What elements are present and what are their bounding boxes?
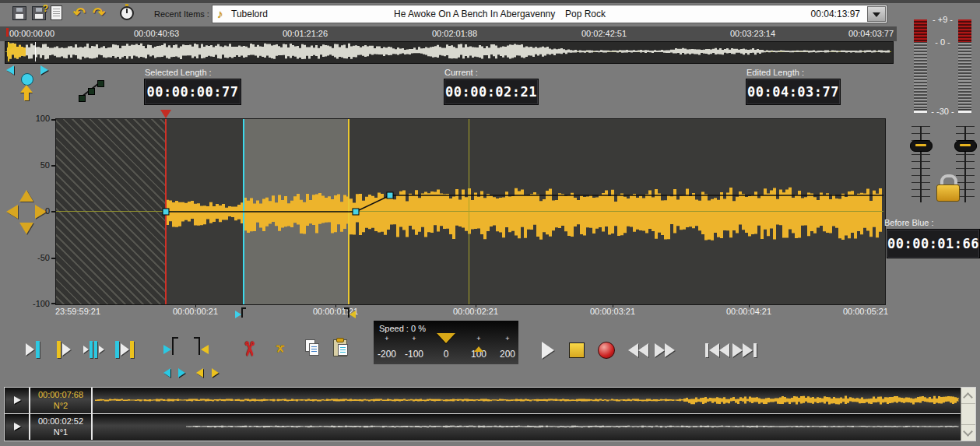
play-selection-button[interactable] [115, 340, 135, 359]
cyan-bar-icon [115, 341, 119, 358]
lock-body [936, 184, 960, 202]
speed-panel[interactable]: Speed : 0 % + + + + + -200 -100 0 100 20… [374, 321, 518, 364]
edited-length-display: 00:04:03:77 [746, 79, 841, 105]
step-forward-button[interactable] [40, 65, 48, 75]
play-button[interactable] [542, 342, 554, 359]
fast-forward-icon [743, 343, 753, 357]
undo-button[interactable]: ↶ [68, 5, 90, 21]
track-row-2[interactable]: 00:00:07:68 N°2 [5, 388, 975, 413]
track-row-1[interactable]: 00:00:02:52 N°1 [5, 414, 975, 440]
combo-duration: 00:04:13:97 [811, 9, 860, 19]
nudge-cue-in-left-button[interactable] [163, 368, 170, 378]
cue-in-flag-line[interactable] [241, 307, 243, 318]
play-icon [62, 343, 71, 356]
track-name: N°1 [30, 427, 91, 437]
fast-forward-icon [655, 343, 665, 357]
meter-scale-bottom: - -30 - [924, 107, 961, 116]
cursor-head-icon [21, 73, 33, 86]
new-document-button[interactable] [51, 5, 62, 20]
nudge-cue-in-right-button[interactable] [178, 368, 185, 378]
volume-envelope[interactable] [56, 119, 883, 304]
copy-button[interactable] [305, 339, 321, 356]
question-badge-icon: ? [43, 4, 48, 13]
cue-in-flag-icon[interactable] [235, 311, 241, 318]
floppy-shutter [16, 8, 23, 12]
meter-scale-top: - +9 - [927, 15, 958, 24]
goto-selection-start-button[interactable] [26, 340, 41, 359]
save-button[interactable] [12, 6, 26, 20]
edit-start-marker-icon[interactable] [160, 110, 171, 118]
cue-out-flag-icon[interactable] [349, 311, 356, 318]
combo-title: He Awoke On A Bench In Abergavenny [394, 9, 555, 19]
playlist-scrollbar[interactable] [961, 388, 975, 441]
track-play-icon[interactable] [14, 396, 21, 404]
x-axis-label: 00:00:03:21 [590, 307, 635, 316]
record-button[interactable] [598, 342, 615, 359]
skip-to-start-button[interactable] [705, 343, 729, 357]
vu-red-segments [958, 19, 971, 42]
track-time: 00:00:07:68 [30, 389, 91, 400]
vu-meter-left [914, 19, 927, 113]
speed-tick-mark: + [476, 335, 480, 342]
fader-knob[interactable] [954, 140, 977, 152]
nudge-cue-out-right-button[interactable] [212, 368, 219, 378]
timer-icon[interactable] [120, 6, 134, 20]
x-axis-label: 00:00:04:21 [726, 307, 771, 316]
trim-button[interactable]: ✂ [271, 345, 288, 353]
lock-icon[interactable] [936, 174, 961, 202]
ruler-label: 00:00:00:00 [9, 29, 54, 38]
nudge-cue-out-left-button[interactable] [196, 368, 203, 378]
y-axis-label: -100 [30, 299, 50, 308]
envelope-tool-button[interactable] [78, 78, 104, 104]
nav-down-icon[interactable] [19, 223, 33, 234]
cyan-bar-icon [90, 341, 93, 358]
set-cue-in-button[interactable] [163, 337, 181, 359]
track-waveform[interactable] [93, 414, 961, 440]
ruler-label: 00:02:42:51 [581, 29, 627, 38]
scroll-up-button[interactable] [961, 388, 975, 404]
skip-to-end-button[interactable] [732, 343, 757, 357]
combo-dropdown-button[interactable] [867, 6, 886, 22]
overview-start-marker [6, 28, 9, 37]
save-as-button[interactable]: ? [32, 6, 46, 20]
cyan-bar-icon [94, 341, 97, 358]
rewind-button[interactable] [628, 343, 650, 357]
fast-forward-button[interactable] [655, 343, 676, 357]
nav-up-icon[interactable] [19, 190, 33, 202]
redo-button[interactable]: ↷ [88, 5, 110, 21]
recent-items-combobox[interactable]: ♪ Tubelord He Awoke On A Bench In Aberga… [212, 5, 887, 23]
set-cue-out-button[interactable] [191, 337, 209, 359]
speed-scale-label: 0 [444, 349, 449, 360]
speed-scale-label: -100 [405, 349, 423, 360]
recent-items-label: Recent Items : [154, 9, 209, 19]
track-play-icon[interactable] [14, 423, 21, 430]
end-bar-icon [753, 343, 757, 357]
speed-tick-mark: + [385, 335, 388, 342]
playlist-panel: 00:00:07:68 N°2 00:00:02:52 N°1 [4, 387, 976, 441]
scroll-down-button[interactable] [961, 424, 975, 441]
cut-button[interactable]: ✂ [240, 341, 258, 356]
envelope-node [79, 95, 86, 102]
speed-pointer-icon[interactable] [437, 333, 455, 343]
waveform-editor[interactable] [55, 118, 886, 305]
fader-knob[interactable] [910, 140, 933, 152]
track-waveform[interactable] [93, 388, 961, 413]
paste-button[interactable] [333, 338, 349, 357]
track-label-cell[interactable]: 00:00:02:52 N°1 [30, 416, 91, 438]
rewind-icon [638, 343, 648, 357]
clipboard-clip [336, 338, 344, 342]
overview-waveform[interactable] [5, 41, 894, 64]
play-from-mark-button[interactable] [57, 340, 72, 359]
play-icon [121, 343, 129, 356]
yellow-bar-icon [57, 341, 61, 358]
volume-fader-left[interactable] [912, 126, 930, 202]
edited-length-label: Edited Length : [746, 68, 804, 77]
stop-button[interactable] [569, 342, 585, 358]
step-back-button[interactable] [6, 65, 14, 75]
nav-left-icon[interactable] [6, 205, 18, 219]
track-label-cell[interactable]: 00:00:07:68 N°2 [30, 389, 91, 412]
y-axis-label: 50 [30, 160, 50, 170]
play-between-marks-button[interactable] [83, 340, 105, 359]
audio-editor-window: ? ↶ ↷ Recent Items : ♪ Tubelord He Awoke… [0, 0, 980, 446]
goto-cursor-button[interactable] [19, 73, 36, 101]
